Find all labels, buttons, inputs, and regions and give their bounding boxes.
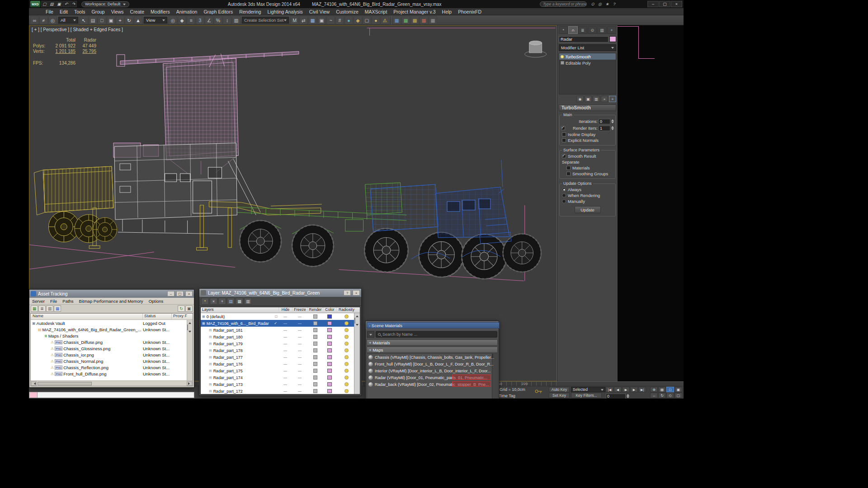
layer-color-swatch[interactable] <box>327 314 332 319</box>
hide-cell[interactable]: — <box>278 348 292 352</box>
extra-tools-icon[interactable]: ▦ <box>429 16 437 24</box>
radiosity-icon[interactable] <box>344 369 349 373</box>
zoom-icon[interactable]: ⊕ <box>650 387 658 392</box>
title-bar[interactable]: MXD ▢▤▣↶↷ Workspace: Default Autodesk 3d… <box>29 0 684 8</box>
favorites-icon[interactable]: ★ <box>604 1 610 7</box>
graphite-ribbon-icon[interactable]: ▣ <box>317 16 326 24</box>
menu-item[interactable]: Tools <box>71 9 89 14</box>
table-row[interactable]: ▣ Autodesk Vault Logged Out <box>31 320 193 326</box>
render-icon[interactable] <box>313 382 317 386</box>
freeze-cell[interactable]: — <box>292 382 307 386</box>
always-radio[interactable] <box>562 188 566 192</box>
layer-color-swatch[interactable] <box>327 321 332 325</box>
add-to-layer-icon[interactable]: + <box>218 298 226 305</box>
freeze-cell[interactable]: — <box>292 314 307 319</box>
layer-row[interactable]: ▤ Radar_part_180 — — <box>201 333 360 340</box>
render-icon[interactable] <box>313 328 317 332</box>
radiosity-icon[interactable] <box>344 314 349 319</box>
menu-item[interactable]: Modifiers <box>147 9 173 14</box>
set-key-button[interactable]: Set Key <box>549 393 570 398</box>
menu-item[interactable]: Paths <box>62 299 73 304</box>
menu-item[interactable]: Rendering <box>236 9 264 14</box>
vertical-scrollbar[interactable] <box>354 313 360 394</box>
render-iters-checkbox[interactable] <box>561 126 565 130</box>
menu-item[interactable]: Options <box>149 299 164 304</box>
modify-tab-icon[interactable]: ∩ <box>568 26 577 34</box>
layer-color-swatch[interactable] <box>327 389 332 393</box>
menu-item[interactable]: Animation <box>173 9 201 14</box>
reference-coordinate-dropdown[interactable]: View <box>144 17 167 23</box>
highlight-layer-icon[interactable]: ▦ <box>236 298 243 305</box>
radiosity-icon[interactable] <box>344 382 349 386</box>
remove-modifier-icon[interactable]: × <box>601 96 608 102</box>
hide-cell[interactable]: — <box>278 355 292 359</box>
search-by-name-input[interactable]: Search by Name ... <box>376 331 497 338</box>
refresh-icon[interactable]: ↻ <box>178 305 185 312</box>
radiosity-icon[interactable] <box>344 362 349 366</box>
modifier-stack[interactable]: TurboSmooth Editable Poly <box>559 53 616 94</box>
close-button[interactable]: × <box>353 290 360 296</box>
table-row[interactable]: ▤ MAZ_74106_with_64N6_Big_Bird_Radar_Gre… <box>31 326 193 333</box>
select-and-link-icon[interactable]: ∞ <box>30 16 39 24</box>
radiosity-icon[interactable] <box>344 348 349 352</box>
freeze-cell[interactable]: — <box>292 335 307 339</box>
layer-color-swatch[interactable] <box>327 362 332 366</box>
menu-item[interactable]: Civil View <box>306 9 333 14</box>
frame-spinner[interactable] <box>627 393 629 399</box>
freeze-cell[interactable]: — <box>292 355 307 359</box>
make-unique-icon[interactable]: ▥ <box>593 96 600 102</box>
menu-item[interactable]: File <box>42 9 57 14</box>
layer-row[interactable]: ▤ Radar_part_175 — — <box>201 367 360 374</box>
hide-cell[interactable]: — <box>278 342 292 346</box>
menu-item[interactable]: Views <box>108 9 127 14</box>
layer-color-swatch[interactable] <box>327 375 332 380</box>
schematic-view-icon[interactable]: # <box>335 16 344 24</box>
help-button[interactable]: ? <box>344 290 351 296</box>
menu-item[interactable]: MAXScript <box>362 9 391 14</box>
object-color-swatch[interactable] <box>609 36 616 42</box>
freeze-cell[interactable]: — <box>292 348 307 352</box>
render-icon[interactable] <box>313 335 317 339</box>
current-frame-field[interactable]: 0 <box>606 394 626 399</box>
menu-item[interactable]: Create <box>127 9 148 14</box>
new-layer-icon[interactable]: * <box>201 298 209 305</box>
rendered-frame-icon[interactable]: ▢ <box>363 16 371 24</box>
menu-item[interactable]: Bitmap Performance and Memory <box>79 299 143 304</box>
rectangular-selection-icon[interactable]: □ <box>98 16 106 24</box>
layer-color-swatch[interactable] <box>327 348 332 352</box>
layer-row[interactable]: ▤ Radar_part_172 — — <box>201 388 360 394</box>
infocenter-help-icon[interactable]: ? <box>611 1 618 7</box>
layer-table-header[interactable]: Layers Hide Freeze Render Color Radiosit… <box>201 307 360 313</box>
update-button[interactable]: Update <box>575 206 601 213</box>
utilities-tab-icon[interactable]: + <box>607 26 616 34</box>
window-crossing-icon[interactable]: ▣ <box>107 16 115 24</box>
layer-row[interactable]: ▤ Radar_part_181 — — <box>201 327 360 333</box>
material-item[interactable]: Front_hull (VRayMtl) [Door_L_B, Door_L_F… <box>367 361 497 367</box>
scene-materials-section-header[interactable]: - Scene Materials <box>367 322 500 328</box>
modifier-stack-item[interactable]: Editable Poly <box>559 60 616 66</box>
fov-icon[interactable]: ◇ <box>666 393 674 398</box>
selection-set-dropdown[interactable]: Selected <box>571 387 605 392</box>
configure-modifier-sets-icon[interactable]: ≡ <box>609 96 616 102</box>
hide-cell[interactable]: — <box>278 314 292 319</box>
select-and-move-icon[interactable]: + <box>116 16 124 24</box>
render-icon[interactable] <box>313 375 317 380</box>
isoline-display-checkbox[interactable] <box>562 132 566 136</box>
render-icon[interactable] <box>313 342 317 346</box>
set-keys-icon[interactable] <box>534 388 543 395</box>
menu-item[interactable]: Group <box>89 9 108 14</box>
materials-section-header[interactable]: + Materials <box>367 339 498 346</box>
layer-row[interactable]: ▤ Radar_part_174 — — <box>201 374 360 381</box>
layer-color-swatch[interactable] <box>327 328 332 332</box>
materials-checkbox[interactable] <box>566 166 571 170</box>
table-view-icon[interactable]: ▦ <box>54 305 61 312</box>
search-input[interactable]: Type a keyword or phrase <box>540 1 587 7</box>
render-icon[interactable] <box>313 321 317 325</box>
save-file-icon[interactable]: ▣ <box>56 1 62 7</box>
object-name-field[interactable]: Radar <box>559 36 609 42</box>
layer-row[interactable]: ▤ Radar_part_177 — — <box>201 354 360 361</box>
keyboard-override-icon[interactable]: ≡ <box>187 16 195 24</box>
layer-manager-icon[interactable]: ▦ <box>308 16 317 24</box>
layer-color-swatch[interactable] <box>327 355 332 359</box>
render-production-icon[interactable]: ● <box>372 16 380 24</box>
